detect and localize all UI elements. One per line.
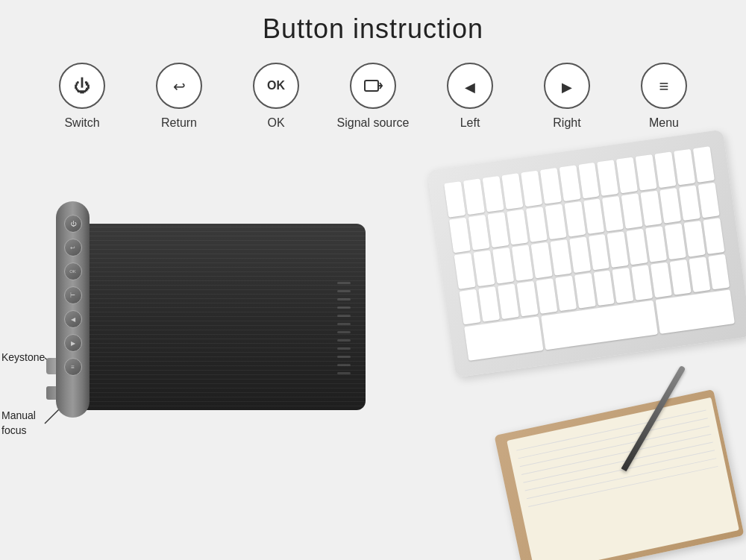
side-btn-left: ◀ — [64, 310, 82, 328]
ok-icon: OK — [267, 79, 285, 92]
svg-rect-0 — [365, 81, 378, 91]
side-btn-right: ▶ — [64, 334, 82, 352]
side-btn-power: ⏻ — [64, 215, 82, 233]
side-btn-signal: ⊢ — [64, 286, 82, 304]
side-btn-menu: ≡ — [64, 358, 82, 376]
menu-icon — [659, 75, 669, 96]
notebook-inner — [507, 397, 739, 560]
right-arrow-icon — [562, 75, 572, 96]
return-label: Return — [161, 116, 197, 130]
left-circle — [447, 63, 493, 109]
btn-item-right: Right — [518, 63, 615, 130]
btn-item-signal: Signal source — [325, 63, 421, 130]
right-circle — [544, 63, 590, 109]
btn-item-left: Left — [421, 63, 518, 130]
notebook-area — [477, 411, 731, 560]
left-arrow-icon — [465, 75, 475, 96]
btn-item-switch: Switch — [34, 63, 131, 130]
power-icon — [74, 75, 90, 96]
button-icons-row: Switch Return OK OK Signal source Left — [0, 45, 746, 130]
ok-label: OK — [267, 116, 284, 130]
switch-label: Switch — [64, 116, 99, 130]
keyboard-area — [433, 149, 746, 380]
notebook-image — [494, 389, 744, 560]
device-area: Keystone Manualfocus ⏻ ↩ OK ⊢ ◀ ▶ ≡ — [0, 186, 418, 515]
keystone-label: Keystone — [1, 350, 45, 364]
keyboard-image — [427, 130, 746, 378]
projector-texture — [75, 224, 366, 410]
main-content: Keystone Manualfocus ⏻ ↩ OK ⊢ ◀ ▶ ≡ — [0, 172, 746, 560]
projector-body — [75, 224, 366, 410]
menu-label: Menu — [649, 116, 679, 130]
signal-icon — [362, 75, 384, 97]
side-btn-ok: OK — [64, 262, 82, 280]
keyboard-keys — [444, 146, 735, 361]
menu-circle — [641, 63, 687, 109]
switch-circle — [59, 63, 105, 109]
btn-item-ok: OK OK — [228, 63, 325, 130]
page-title: Button instruction — [0, 0, 746, 45]
notebook-lines — [507, 397, 727, 520]
return-icon — [173, 75, 186, 96]
right-label: Right — [553, 116, 580, 130]
ok-circle: OK — [253, 63, 299, 109]
btn-item-return: Return — [131, 63, 228, 130]
left-label: Left — [460, 116, 480, 130]
manual-focus-label: Manualfocus — [1, 409, 36, 438]
return-circle — [156, 63, 202, 109]
signal-label: Signal source — [337, 116, 410, 130]
side-btn-return: ↩ — [64, 239, 82, 257]
btn-item-menu: Menu — [615, 63, 712, 130]
projector-side-panel: ⏻ ↩ OK ⊢ ◀ ▶ ≡ — [56, 201, 90, 418]
projector-vent — [337, 268, 351, 388]
signal-circle — [350, 63, 396, 109]
